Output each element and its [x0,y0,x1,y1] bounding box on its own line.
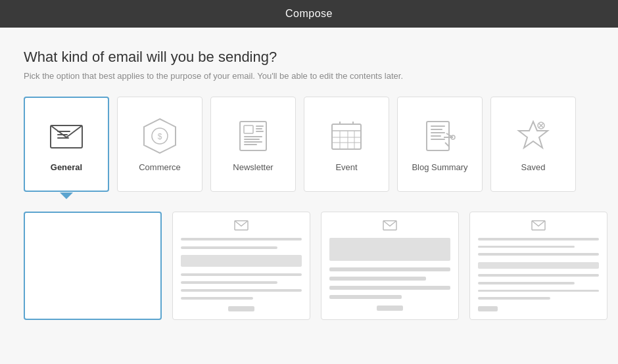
page-heading: What kind of email will you be sending? [24,49,594,66]
svg-rect-30 [431,139,445,140]
svg-rect-14 [244,141,262,143]
general-icon [47,116,86,156]
template-cards-row [24,212,594,320]
saved-card-wrapper: Saved [490,97,576,198]
newsletter-icon [233,116,273,156]
commerce-label: Commerce [139,162,181,172]
type-card-newsletter[interactable]: Newsletter [210,97,296,192]
page-subheading: Pick the option that best applies to the… [24,71,594,81]
svg-rect-8 [244,125,253,133]
template-card-4[interactable] [469,212,607,320]
svg-rect-10 [256,128,262,129]
type-card-blog-summary[interactable]: Blog Summary [397,97,483,192]
svg-rect-12 [244,136,262,137]
event-card-wrapper: Event [304,97,389,198]
event-icon [327,116,366,156]
svg-rect-16 [332,124,361,149]
blog-summary-label: Blog Summary [412,162,467,172]
title-bar-text: Compose [285,8,333,20]
commerce-icon: $ [140,116,179,156]
svg-rect-3 [57,137,69,139]
svg-rect-13 [244,139,260,140]
type-card-general[interactable]: General [24,97,109,192]
commerce-card-wrapper: $ Commerce [117,97,202,198]
svg-rect-11 [256,131,264,132]
svg-rect-27 [431,129,442,130]
type-cards-row: General $ Commerce [24,97,594,198]
newsletter-label: Newsletter [233,162,273,172]
svg-text:$: $ [158,132,162,141]
svg-marker-35 [519,122,548,148]
type-card-event[interactable]: Event [304,97,389,192]
title-bar: Compose [0,0,618,28]
template-card-2[interactable] [172,212,310,320]
general-label: General [51,162,82,172]
svg-rect-29 [431,135,441,137]
newsletter-card-wrapper: Newsletter [210,97,296,198]
type-card-commerce[interactable]: $ Commerce [117,97,202,192]
event-label: Event [335,162,357,172]
type-card-saved[interactable]: Saved [490,97,576,192]
svg-rect-9 [256,125,264,127]
svg-rect-26 [431,125,445,127]
saved-label: Saved [521,162,546,172]
template-card-1[interactable] [24,212,162,320]
selected-arrow [60,193,73,199]
blog-summary-icon [420,116,460,156]
svg-rect-15 [244,144,257,145]
svg-rect-1 [57,131,70,132]
svg-rect-28 [431,132,445,133]
blog-summary-card-wrapper: Blog Summary [397,97,483,198]
main-content: What kind of email will you be sending? … [0,28,618,364]
template-card-3[interactable] [321,212,459,320]
general-card-wrapper: General [24,97,109,198]
saved-icon [513,116,553,156]
svg-rect-2 [57,134,68,135]
